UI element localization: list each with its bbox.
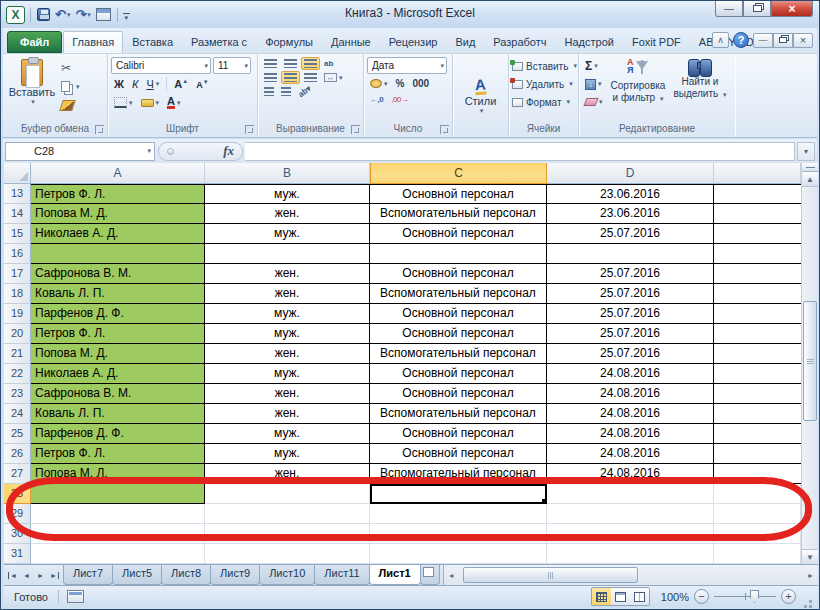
cell-C18[interactable]: Вспомогательный персонал — [370, 284, 547, 304]
cell-C15[interactable]: Основной персонал — [370, 224, 547, 244]
increase-indent-button[interactable] — [278, 85, 294, 98]
column-header-B[interactable]: B — [205, 163, 370, 184]
scroll-right-button[interactable]: ► — [803, 565, 818, 585]
cell-A17[interactable]: Сафронова В. М. — [31, 264, 205, 284]
next-sheet-button[interactable]: ► — [34, 568, 47, 583]
cell-E26[interactable] — [714, 444, 801, 464]
row-header-29[interactable]: 29 — [4, 504, 31, 524]
cut-button[interactable]: ✂ — [58, 59, 83, 76]
horizontal-scroll-track[interactable] — [459, 565, 803, 585]
cell-D29[interactable] — [547, 504, 714, 524]
cell-C27[interactable]: Вспомогательный персонал — [370, 464, 547, 484]
cell-D22[interactable]: 24.08.2016 — [547, 364, 714, 384]
cell-E22[interactable] — [714, 364, 801, 384]
delete-cells-button[interactable]: Удалить▾ — [512, 75, 575, 93]
cell-C30[interactable] — [370, 524, 547, 544]
row-header-24[interactable]: 24 — [4, 404, 31, 424]
decrease-indent-button[interactable] — [261, 85, 277, 98]
font-color-button[interactable]: А▾ — [164, 94, 183, 111]
tab-insert[interactable]: Вставка — [123, 31, 182, 53]
row-header-20[interactable]: 20 — [4, 324, 31, 344]
vertical-scroll-thumb[interactable] — [803, 301, 817, 421]
zoom-slider[interactable] — [714, 589, 776, 604]
cell-A23[interactable]: Сафронова В. М. — [31, 384, 205, 404]
styles-button[interactable]: А Стили ▾ — [453, 54, 508, 137]
borders-button[interactable]: ▾ — [111, 95, 136, 110]
tab-formulas[interactable]: Формулы — [256, 31, 322, 53]
cell-D24[interactable]: 24.08.2016 — [547, 404, 714, 424]
bold-button[interactable]: Ж — [111, 77, 127, 92]
cell-B20[interactable]: муж. — [205, 324, 370, 344]
tab-home[interactable]: Главная — [63, 31, 123, 53]
zoom-level[interactable]: 100% — [655, 591, 689, 603]
shrink-font-button[interactable]: А▼ — [193, 77, 211, 92]
format-cells-button[interactable]: Формат▾ — [512, 93, 575, 111]
sheet-tab-list9[interactable]: Лист9 — [210, 565, 260, 585]
cell-C14[interactable]: Вспомогательный персонал — [370, 204, 547, 224]
prev-sheet-button[interactable]: ◄ — [20, 568, 33, 583]
tab-file[interactable]: Файл — [7, 31, 62, 53]
cell-E28[interactable] — [714, 484, 801, 504]
cell-D25[interactable]: 24.08.2016 — [547, 424, 714, 444]
cell-B18[interactable]: жен. — [205, 284, 370, 304]
cell-B14[interactable]: жен. — [205, 204, 370, 224]
cell-C17[interactable]: Основной персонал — [370, 264, 547, 284]
cell-D26[interactable]: 24.08.2016 — [547, 444, 714, 464]
clear-button[interactable]: ▾ — [582, 94, 606, 110]
cell-D21[interactable]: 25.07.2016 — [547, 344, 714, 364]
clipboard-dialog-launcher[interactable] — [95, 125, 104, 134]
cell-B27[interactable]: жен. — [205, 464, 370, 484]
cell-E27[interactable] — [714, 464, 801, 484]
fill-button[interactable]: ↓▾ — [582, 76, 606, 92]
cell-B15[interactable]: муж. — [205, 224, 370, 244]
cell-D18[interactable]: 25.07.2016 — [547, 284, 714, 304]
zoom-out-button[interactable]: − — [694, 589, 709, 604]
cell-C16[interactable] — [370, 244, 547, 264]
align-right-button[interactable] — [301, 71, 320, 84]
cell-B23[interactable]: жен. — [205, 384, 370, 404]
tab-data[interactable]: Данные — [322, 31, 380, 53]
cell-E25[interactable] — [714, 424, 801, 444]
row-header-23[interactable]: 23 — [4, 384, 31, 404]
cell-B21[interactable]: жен. — [205, 344, 370, 364]
cell-E13[interactable] — [714, 184, 801, 204]
cell-D13[interactable]: 23.06.2016 — [547, 184, 714, 204]
column-header-C[interactable]: C — [370, 163, 547, 184]
cell-E15[interactable] — [714, 224, 801, 244]
row-header-25[interactable]: 25 — [4, 424, 31, 444]
tab-foxit-pdf[interactable]: Foxit PDF — [623, 31, 690, 53]
cell-A26[interactable]: Петров Ф. Л. — [31, 444, 205, 464]
cell-A21[interactable]: Попова М. Д. — [31, 344, 205, 364]
minimize-ribbon-button[interactable]: ∧ — [712, 32, 729, 48]
cell-B31[interactable] — [205, 544, 370, 564]
cell-E31[interactable] — [714, 544, 801, 564]
cell-E23[interactable] — [714, 384, 801, 404]
cell-A16[interactable] — [31, 244, 205, 264]
row-header-14[interactable]: 14 — [4, 204, 31, 224]
cell-E21[interactable] — [714, 344, 801, 364]
cell-A14[interactable]: Попова М. Д. — [31, 204, 205, 224]
sheet-tab-list10[interactable]: Лист10 — [259, 565, 315, 585]
workbook-minimize-button[interactable]: — — [753, 33, 773, 48]
cell-B22[interactable]: муж. — [205, 364, 370, 384]
workbook-close-button[interactable]: × — [793, 33, 813, 48]
row-header-30[interactable]: 30 — [4, 524, 31, 544]
cell-A20[interactable]: Петров Ф. Л. — [31, 324, 205, 344]
cell-B19[interactable]: муж. — [205, 304, 370, 324]
expand-formula-bar-button[interactable]: ▾ — [797, 142, 815, 161]
row-header-19[interactable]: 19 — [4, 304, 31, 324]
zoom-slider-thumb[interactable] — [750, 590, 759, 603]
find-select-button[interactable]: Найти и выделить ▾ — [670, 57, 729, 122]
scroll-left-button[interactable]: ◄ — [444, 565, 459, 585]
cell-A19[interactable]: Парфенов Д. Ф. — [31, 304, 205, 324]
align-center-button[interactable] — [281, 71, 300, 84]
cell-D20[interactable]: 25.07.2016 — [547, 324, 714, 344]
row-header-15[interactable]: 15 — [4, 224, 31, 244]
alignment-dialog-launcher[interactable] — [351, 125, 360, 134]
cell-D14[interactable]: 23.06.2016 — [547, 204, 714, 224]
sheet-tab-list1-active[interactable]: Лист1 — [369, 565, 421, 585]
underline-button[interactable]: Ч▾ — [143, 77, 162, 92]
cell-A28[interactable] — [31, 484, 205, 504]
align-left-button[interactable] — [261, 71, 280, 84]
scroll-up-button[interactable]: ▲ — [802, 172, 818, 187]
